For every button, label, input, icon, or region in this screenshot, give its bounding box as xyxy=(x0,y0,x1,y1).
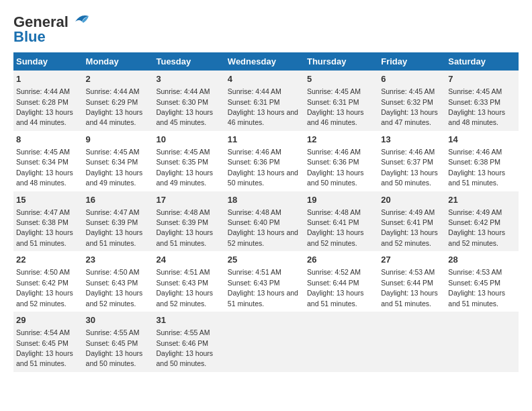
day-cell: 7 Sunrise: 4:45 AMSunset: 6:33 PMDayligh… xyxy=(445,71,519,131)
day-number: 24 xyxy=(156,254,222,266)
week-row-3: 15 Sunrise: 4:47 AMSunset: 6:38 PMDaylig… xyxy=(13,191,519,252)
day-number: 22 xyxy=(16,254,81,266)
day-info: Sunrise: 4:44 AMSunset: 6:30 PMDaylight:… xyxy=(156,87,213,126)
day-cell: 19 Sunrise: 4:48 AMSunset: 6:41 PMDaylig… xyxy=(304,191,378,252)
day-number: 31 xyxy=(156,314,222,326)
day-cell: 5 Sunrise: 4:45 AMSunset: 6:31 PMDayligh… xyxy=(304,71,378,131)
day-number: 30 xyxy=(86,314,151,326)
day-cell: 11 Sunrise: 4:46 AMSunset: 6:36 PMDaylig… xyxy=(225,131,304,191)
day-cell: 21 Sunrise: 4:49 AMSunset: 6:42 PMDaylig… xyxy=(445,191,519,252)
day-cell xyxy=(304,312,378,372)
day-cell: 9 Sunrise: 4:45 AMSunset: 6:34 PMDayligh… xyxy=(83,131,154,191)
day-cell: 26 Sunrise: 4:52 AMSunset: 6:44 PMDaylig… xyxy=(304,251,378,312)
day-info: Sunrise: 4:45 AMSunset: 6:34 PMDaylight:… xyxy=(86,148,143,187)
day-number: 26 xyxy=(307,254,375,266)
day-cell: 23 Sunrise: 4:50 AMSunset: 6:43 PMDaylig… xyxy=(83,251,154,312)
day-info: Sunrise: 4:45 AMSunset: 6:31 PMDaylight:… xyxy=(307,87,364,126)
day-number: 20 xyxy=(381,194,443,206)
day-number: 27 xyxy=(381,254,443,266)
day-info: Sunrise: 4:50 AMSunset: 6:42 PMDaylight:… xyxy=(16,268,73,307)
day-info: Sunrise: 4:50 AMSunset: 6:43 PMDaylight:… xyxy=(86,268,143,307)
day-number: 7 xyxy=(448,73,516,85)
day-cell: 31 Sunrise: 4:55 AMSunset: 6:46 PMDaylig… xyxy=(153,312,224,372)
week-row-5: 29 Sunrise: 4:54 AMSunset: 6:45 PMDaylig… xyxy=(13,312,519,372)
day-cell: 4 Sunrise: 4:44 AMSunset: 6:31 PMDayligh… xyxy=(225,71,304,131)
day-cell: 27 Sunrise: 4:53 AMSunset: 6:44 PMDaylig… xyxy=(378,251,445,312)
col-header-thursday: Thursday xyxy=(304,52,378,71)
bird-icon xyxy=(70,12,91,27)
day-info: Sunrise: 4:44 AMSunset: 6:29 PMDaylight:… xyxy=(86,87,143,126)
day-info: Sunrise: 4:55 AMSunset: 6:45 PMDaylight:… xyxy=(86,328,143,367)
day-number: 16 xyxy=(86,194,151,206)
day-cell: 17 Sunrise: 4:48 AMSunset: 6:39 PMDaylig… xyxy=(153,191,224,252)
day-info: Sunrise: 4:53 AMSunset: 6:44 PMDaylight:… xyxy=(381,268,438,307)
day-info: Sunrise: 4:45 AMSunset: 6:35 PMDaylight:… xyxy=(156,148,213,187)
logo-blue-text: Blue xyxy=(13,28,46,46)
day-number: 29 xyxy=(16,314,81,326)
day-number: 10 xyxy=(156,134,222,146)
calendar-header-row: SundayMondayTuesdayWednesdayThursdayFrid… xyxy=(13,52,519,71)
page-header: General Blue xyxy=(13,13,519,46)
day-info: Sunrise: 4:48 AMSunset: 6:39 PMDaylight:… xyxy=(156,208,213,247)
day-number: 6 xyxy=(381,73,443,85)
day-cell: 28 Sunrise: 4:53 AMSunset: 6:45 PMDaylig… xyxy=(445,251,519,312)
day-info: Sunrise: 4:45 AMSunset: 6:33 PMDaylight:… xyxy=(448,87,505,126)
day-cell xyxy=(378,312,445,372)
day-cell: 16 Sunrise: 4:47 AMSunset: 6:39 PMDaylig… xyxy=(83,191,154,252)
day-number: 14 xyxy=(448,134,516,146)
day-number: 4 xyxy=(228,73,302,85)
day-cell: 25 Sunrise: 4:51 AMSunset: 6:43 PMDaylig… xyxy=(225,251,304,312)
day-info: Sunrise: 4:53 AMSunset: 6:45 PMDaylight:… xyxy=(448,268,505,307)
day-cell: 29 Sunrise: 4:54 AMSunset: 6:45 PMDaylig… xyxy=(13,312,83,372)
day-cell: 6 Sunrise: 4:45 AMSunset: 6:32 PMDayligh… xyxy=(378,71,445,131)
day-info: Sunrise: 4:46 AMSunset: 6:38 PMDaylight:… xyxy=(448,148,505,187)
week-row-1: 1 Sunrise: 4:44 AMSunset: 6:28 PMDayligh… xyxy=(13,71,519,131)
day-cell: 3 Sunrise: 4:44 AMSunset: 6:30 PMDayligh… xyxy=(153,71,224,131)
day-info: Sunrise: 4:52 AMSunset: 6:44 PMDaylight:… xyxy=(307,268,364,307)
day-info: Sunrise: 4:44 AMSunset: 6:31 PMDaylight:… xyxy=(228,87,298,126)
day-number: 17 xyxy=(156,194,222,206)
day-info: Sunrise: 4:54 AMSunset: 6:45 PMDaylight:… xyxy=(16,328,73,367)
day-cell: 13 Sunrise: 4:46 AMSunset: 6:37 PMDaylig… xyxy=(378,131,445,191)
col-header-sunday: Sunday xyxy=(13,52,83,71)
day-cell: 30 Sunrise: 4:55 AMSunset: 6:45 PMDaylig… xyxy=(83,312,154,372)
day-cell: 12 Sunrise: 4:46 AMSunset: 6:36 PMDaylig… xyxy=(304,131,378,191)
day-number: 13 xyxy=(381,134,443,146)
col-header-tuesday: Tuesday xyxy=(153,52,224,71)
day-info: Sunrise: 4:46 AMSunset: 6:37 PMDaylight:… xyxy=(381,148,438,187)
col-header-wednesday: Wednesday xyxy=(225,52,304,71)
day-number: 1 xyxy=(16,73,81,85)
day-cell: 8 Sunrise: 4:45 AMSunset: 6:34 PMDayligh… xyxy=(13,131,83,191)
day-number: 9 xyxy=(86,134,151,146)
day-number: 28 xyxy=(448,254,516,266)
day-number: 8 xyxy=(16,134,81,146)
day-info: Sunrise: 4:47 AMSunset: 6:39 PMDaylight:… xyxy=(86,208,143,247)
day-info: Sunrise: 4:51 AMSunset: 6:43 PMDaylight:… xyxy=(228,268,298,307)
day-info: Sunrise: 4:51 AMSunset: 6:43 PMDaylight:… xyxy=(156,268,213,307)
day-info: Sunrise: 4:55 AMSunset: 6:46 PMDaylight:… xyxy=(156,328,213,367)
day-info: Sunrise: 4:47 AMSunset: 6:38 PMDaylight:… xyxy=(16,208,73,247)
day-number: 11 xyxy=(228,134,302,146)
day-info: Sunrise: 4:45 AMSunset: 6:34 PMDaylight:… xyxy=(16,148,73,187)
day-cell: 20 Sunrise: 4:49 AMSunset: 6:41 PMDaylig… xyxy=(378,191,445,252)
day-cell: 2 Sunrise: 4:44 AMSunset: 6:29 PMDayligh… xyxy=(83,71,154,131)
col-header-monday: Monday xyxy=(83,52,154,71)
logo: General Blue xyxy=(13,13,91,46)
day-cell: 22 Sunrise: 4:50 AMSunset: 6:42 PMDaylig… xyxy=(13,251,83,312)
col-header-friday: Friday xyxy=(378,52,445,71)
day-number: 23 xyxy=(86,254,151,266)
day-number: 15 xyxy=(16,194,81,206)
day-cell xyxy=(225,312,304,372)
week-row-4: 22 Sunrise: 4:50 AMSunset: 6:42 PMDaylig… xyxy=(13,251,519,312)
day-info: Sunrise: 4:46 AMSunset: 6:36 PMDaylight:… xyxy=(307,148,364,187)
day-number: 2 xyxy=(86,73,151,85)
day-info: Sunrise: 4:48 AMSunset: 6:41 PMDaylight:… xyxy=(307,208,364,247)
day-info: Sunrise: 4:49 AMSunset: 6:42 PMDaylight:… xyxy=(448,208,505,247)
day-info: Sunrise: 4:46 AMSunset: 6:36 PMDaylight:… xyxy=(228,148,298,187)
day-number: 3 xyxy=(156,73,222,85)
day-cell: 1 Sunrise: 4:44 AMSunset: 6:28 PMDayligh… xyxy=(13,71,83,131)
day-number: 18 xyxy=(228,194,302,206)
day-cell: 24 Sunrise: 4:51 AMSunset: 6:43 PMDaylig… xyxy=(153,251,224,312)
day-number: 12 xyxy=(307,134,375,146)
week-row-2: 8 Sunrise: 4:45 AMSunset: 6:34 PMDayligh… xyxy=(13,131,519,191)
